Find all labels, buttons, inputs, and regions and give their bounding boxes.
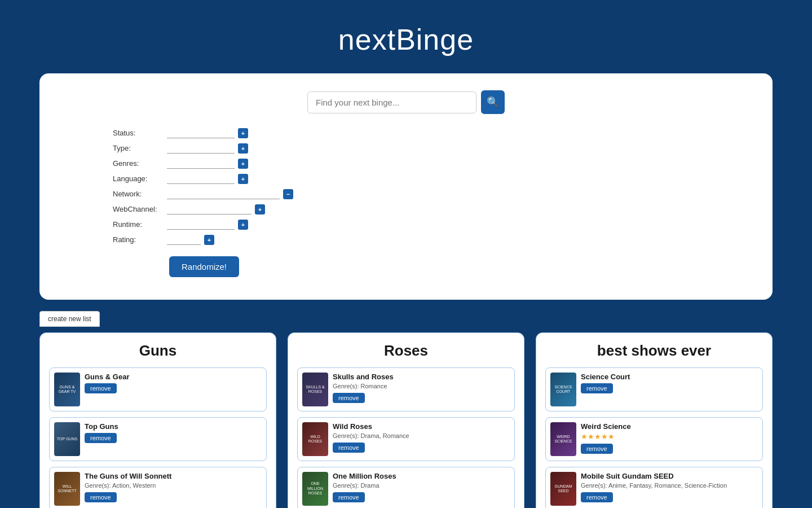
remove-show-button[interactable]: remove	[581, 444, 613, 454]
filter-row-webchannel: WebChannel: +	[113, 204, 756, 214]
create-list-button[interactable]: create new list	[39, 311, 100, 327]
list-item: TOP GUNSTop Gunsremove	[49, 417, 267, 461]
status-label: Status:	[113, 129, 164, 137]
remove-show-button[interactable]: remove	[333, 492, 365, 502]
filter-row-network: Network: −	[113, 189, 756, 199]
create-list-area: create new list	[39, 311, 773, 327]
remove-show-button[interactable]: remove	[581, 492, 613, 502]
show-thumbnail: WILD ROSES	[302, 422, 328, 456]
show-genre: Genre(s): Action, Western	[85, 482, 262, 489]
show-info: Wild RosesGenre(s): Drama, Romanceremove	[333, 422, 510, 453]
show-thumbnail: GUNS & GEAR TV	[54, 373, 80, 406]
list-card-best-shows-ever: best shows everSCIENCE COURTScience Cour…	[536, 332, 773, 508]
show-name: Weird Science	[581, 422, 758, 431]
remove-show-button[interactable]: remove	[333, 393, 365, 403]
remove-show-button[interactable]: remove	[581, 383, 613, 393]
filter-row-language: Language: +	[113, 173, 756, 184]
network-label: Network:	[113, 190, 164, 198]
search-button[interactable]: 🔍	[481, 90, 505, 114]
show-thumbnail: TOP GUNS	[54, 422, 80, 456]
search-icon: 🔍	[487, 96, 499, 108]
show-info: Guns & Gearremove	[85, 373, 262, 393]
list-item: WILD ROSESWild RosesGenre(s): Drama, Rom…	[297, 417, 515, 461]
network-input[interactable]	[167, 189, 280, 199]
list-item: SCIENCE COURTScience Courtremove	[545, 367, 763, 411]
runtime-add-btn[interactable]: +	[238, 220, 248, 230]
show-thumbnail: GUNDAM SEED	[550, 472, 576, 506]
list-title-guns: Guns	[49, 342, 267, 360]
search-area: 🔍	[56, 90, 756, 114]
show-genre: Genre(s): Romance	[333, 383, 510, 389]
show-name: Mobile Suit Gundam SEED	[581, 472, 758, 480]
runtime-input[interactable]	[167, 219, 235, 230]
search-filter-container: 🔍 Status: + Type: + Genres: + Language: …	[39, 73, 773, 300]
show-info: Science Courtremove	[581, 373, 758, 393]
webchannel-add-btn[interactable]: +	[255, 204, 265, 214]
filters-panel: Status: + Type: + Genres: + Language: + …	[113, 128, 756, 277]
show-thumbnail: WILL SONNETT	[54, 472, 80, 506]
remove-show-button[interactable]: remove	[85, 433, 117, 443]
rating-input[interactable]	[167, 234, 201, 245]
list-card-guns: GunsGUNS & GEAR TVGuns & GearremoveTOP G…	[39, 332, 276, 508]
filter-row-type: Type: +	[113, 143, 756, 154]
show-thumbnail: WEIRD SCIENCE	[550, 422, 576, 456]
type-label: Type:	[113, 144, 164, 152]
show-info: Mobile Suit Gundam SEEDGenre(s): Anime, …	[581, 472, 758, 502]
filter-row-genres: Genres: +	[113, 158, 756, 169]
show-name: Top Guns	[85, 422, 262, 431]
filter-row-runtime: Runtime: +	[113, 219, 756, 230]
show-stars: ★★★★★	[581, 432, 758, 441]
show-info: Skulls and RosesGenre(s): Romanceremove	[333, 373, 510, 403]
status-input[interactable]	[167, 128, 235, 138]
type-input[interactable]	[167, 143, 235, 154]
show-name: Wild Roses	[333, 422, 510, 431]
filter-row-status: Status: +	[113, 128, 756, 138]
rating-add-btn[interactable]: +	[204, 235, 214, 245]
show-info: Top Gunsremove	[85, 422, 262, 443]
list-item: GUNDAM SEEDMobile Suit Gundam SEEDGenre(…	[545, 467, 763, 508]
webchannel-label: WebChannel:	[113, 205, 164, 213]
type-add-btn[interactable]: +	[238, 143, 248, 154]
show-info: Weird Science★★★★★remove	[581, 422, 758, 454]
language-input[interactable]	[167, 173, 235, 184]
list-item: GUNS & GEAR TVGuns & Gearremove	[49, 367, 267, 411]
status-add-btn[interactable]: +	[238, 128, 248, 138]
list-title-best-shows-ever: best shows ever	[545, 342, 763, 360]
randomize-button[interactable]: Randomize!	[169, 256, 239, 277]
network-remove-btn[interactable]: −	[283, 189, 293, 199]
show-name: The Guns of Will Sonnett	[85, 472, 262, 480]
runtime-label: Runtime:	[113, 220, 164, 229]
app-title: nextBinge	[0, 23, 812, 56]
show-name: One Million Roses	[333, 472, 510, 480]
remove-show-button[interactable]: remove	[333, 443, 365, 453]
webchannel-input[interactable]	[167, 204, 251, 214]
list-title-roses: Roses	[297, 342, 515, 360]
language-add-btn[interactable]: +	[238, 174, 248, 184]
lists-area: GunsGUNS & GEAR TVGuns & GearremoveTOP G…	[39, 332, 773, 508]
show-name: Science Court	[581, 373, 758, 381]
show-genre: Genre(s): Drama, Romance	[333, 432, 510, 439]
show-info: One Million RosesGenre(s): Dramaremove	[333, 472, 510, 502]
show-genre: Genre(s): Anime, Fantasy, Romance, Scien…	[581, 482, 758, 489]
show-genre: Genre(s): Drama	[333, 482, 510, 489]
show-name: Skulls and Roses	[333, 373, 510, 381]
search-input[interactable]	[307, 91, 476, 113]
filter-row-rating: Rating: +	[113, 234, 756, 245]
remove-show-button[interactable]: remove	[85, 383, 117, 393]
genres-add-btn[interactable]: +	[238, 159, 248, 169]
show-thumbnail: SKULLS & ROSES	[302, 373, 328, 406]
language-label: Language:	[113, 174, 164, 183]
show-name: Guns & Gear	[85, 373, 262, 381]
genres-label: Genres:	[113, 159, 164, 168]
list-item: ONE MILLION ROSESOne Million RosesGenre(…	[297, 467, 515, 508]
remove-show-button[interactable]: remove	[85, 492, 117, 502]
show-info: The Guns of Will SonnettGenre(s): Action…	[85, 472, 262, 502]
list-item: WEIRD SCIENCEWeird Science★★★★★remove	[545, 417, 763, 461]
show-thumbnail: SCIENCE COURT	[550, 373, 576, 406]
list-card-roses: RosesSKULLS & ROSESSkulls and RosesGenre…	[288, 332, 524, 508]
header: nextBinge	[0, 0, 812, 73]
rating-label: Rating:	[113, 235, 164, 244]
show-thumbnail: ONE MILLION ROSES	[302, 472, 328, 506]
genres-input[interactable]	[167, 158, 235, 169]
list-item: SKULLS & ROSESSkulls and RosesGenre(s): …	[297, 367, 515, 411]
